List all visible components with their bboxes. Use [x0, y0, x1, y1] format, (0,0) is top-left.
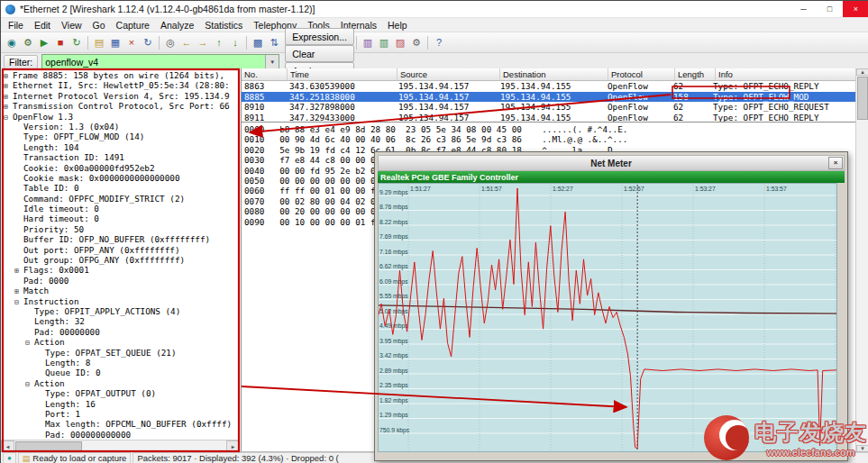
go-bottom-icon[interactable]: ↓ [227, 34, 243, 50]
close-capture-icon[interactable]: × [123, 34, 140, 50]
tree-node[interactable]: Type: OFPIT_APPLY_ACTIONS (4) [1, 306, 241, 316]
column-header-source[interactable]: Source [397, 68, 500, 80]
detail-hscrollbar[interactable]: ◀ ▶ [1, 440, 240, 452]
tree-node[interactable]: Max length: OFPCML_NO_BUFFER (0xffff) [1, 419, 241, 429]
expander-icon[interactable]: ⊟ [4, 113, 13, 123]
packet-row-8863[interactable]: 8863343.630539000195.134.94.157195.134.9… [242, 81, 856, 92]
capture-restart-icon[interactable]: ↻ [69, 34, 85, 50]
tree-node[interactable]: Cookie mask: 0x0000000000000000 [1, 173, 241, 183]
tree-node[interactable]: Out group: OFPG_ANY (0xffffffff) [1, 255, 241, 265]
tree-node[interactable]: Out port: OFPP_ANY (0xffffffff) [1, 245, 241, 255]
tree-node[interactable]: Version: 1.3 (0x04) [1, 122, 241, 132]
column-header-protocol[interactable]: Protocol [608, 68, 675, 80]
packet-row-8911[interactable]: 8911347.329433000195.134.94.157195.134.9… [242, 113, 856, 123]
tree-node[interactable]: Type: OFPT_FLOW_MOD (14) [1, 132, 241, 141]
capture-start-icon[interactable]: ▶ [36, 34, 52, 50]
tree-node[interactable]: Queue ID: 0 [1, 368, 241, 377]
help-icon[interactable]: ? [431, 34, 447, 50]
column-header-no[interactable]: No. [242, 68, 288, 80]
go-forward-icon[interactable]: → [195, 34, 211, 50]
menu-statistics[interactable]: Statistics [199, 18, 248, 32]
menu-view[interactable]: View [56, 18, 87, 32]
tree-node[interactable]: Command: OFPFC_MODIFY_STRICT (2) [1, 194, 241, 204]
expander-icon[interactable]: ⊞ [14, 286, 23, 296]
capture-options-icon[interactable]: ⚙ [20, 34, 36, 50]
tree-node[interactable]: Port: 1 [1, 409, 241, 419]
expander-icon[interactable]: ⊟ [25, 379, 34, 389]
tree-node[interactable]: Pad: 0000 [1, 276, 241, 286]
tree-node[interactable]: ⊟Instruction [1, 296, 241, 306]
menu-edit[interactable]: Edit [29, 18, 56, 32]
minimize-button[interactable]: ─ [790, 1, 817, 17]
tree-node[interactable]: ⊟OpenFlow 1.3 [1, 112, 241, 122]
tree-node[interactable]: Table ID: 0 [1, 183, 241, 193]
find-packet-icon[interactable]: ◎ [162, 34, 178, 50]
coloring-rules-icon[interactable]: ▨ [392, 34, 408, 50]
tree-node[interactable]: Pad: 000000000000 [1, 430, 241, 440]
tree-node[interactable]: Transaction ID: 1491 [1, 152, 241, 162]
clear-button[interactable]: Clear [285, 45, 354, 62]
expander-icon[interactable]: ⊟ [25, 338, 34, 348]
display-filters-icon[interactable]: ▥ [376, 34, 392, 50]
filter-dropdown-arrow[interactable]: ▼ [265, 55, 279, 69]
hex-row[interactable]: 0000 b8 88 e3 e4 e9 8d 28 80 23 05 5e 34… [244, 124, 856, 134]
net-meter-close-button[interactable]: × [828, 157, 843, 169]
scroll-up-arrow[interactable]: ▲ [856, 68, 868, 76]
column-header-length[interactable]: Length [675, 68, 716, 80]
column-header-time[interactable]: Time [288, 68, 397, 80]
tree-node[interactable]: ⊟Action [1, 378, 241, 388]
column-header-destination[interactable]: Destination [500, 68, 608, 80]
packet-row-8885[interactable]: 8885345.251838000195.134.94.157195.134.9… [242, 92, 856, 103]
tree-node[interactable]: ⊞Transmission Control Protocol, Src Port… [1, 101, 241, 111]
expander-icon[interactable]: ⊟ [14, 297, 23, 307]
filter-input[interactable] [42, 55, 265, 69]
packet-list-vscrollbar[interactable]: ▲ ▼ [855, 68, 868, 452]
go-back-icon[interactable]: ← [178, 34, 195, 50]
tree-node[interactable]: ⊞Frame 8885: 158 bytes on wire (1264 bit… [1, 70, 241, 80]
tree-node[interactable]: Length: 32 [1, 316, 241, 326]
tree-node[interactable]: ⊞Internet Protocol Version 4, Src: 195.1… [1, 91, 241, 101]
expander-icon[interactable]: ⊞ [4, 102, 13, 112]
go-top-icon[interactable]: ↑ [211, 34, 227, 50]
list-interfaces-icon[interactable]: ◉ [4, 34, 20, 50]
tree-node[interactable]: Type: OFPAT_OUTPUT (0) [1, 388, 241, 398]
preferences-icon[interactable]: ⚙ [408, 34, 425, 50]
capture-filters-icon[interactable]: ▥ [360, 34, 376, 50]
net-meter-titlebar[interactable]: Net Meter × [378, 155, 845, 171]
tree-node[interactable]: ⊞Flags: 0x0001 [1, 265, 241, 275]
packet-row-8910[interactable]: 8910347.327898000195.134.94.157195.134.9… [242, 102, 856, 113]
reload-capture-icon[interactable]: ↻ [140, 34, 156, 50]
column-header-info[interactable]: Info [716, 68, 856, 80]
filter-label[interactable]: Filter: [4, 55, 38, 69]
tree-node[interactable]: ⊞Match [1, 286, 241, 295]
colorize-icon[interactable]: ▩ [250, 34, 266, 50]
hex-row[interactable]: 0010 00 90 4d 6c 40 00 40 06 8c 26 c3 86… [244, 134, 856, 144]
capture-stop-icon[interactable]: ■ [52, 34, 69, 50]
tree-node[interactable]: Priority: 50 [1, 224, 241, 234]
close-button[interactable]: × [843, 1, 868, 17]
tree-node[interactable]: Type: OFPAT_SET_QUEUE (21) [1, 348, 241, 358]
tree-node[interactable]: Length: 104 [1, 142, 241, 152]
tree-node[interactable]: Buffer ID: OFP_NO_BUFFER (0xffffffff) [1, 234, 241, 244]
autoscroll-icon[interactable]: ⇅ [266, 34, 282, 50]
menu-capture[interactable]: Capture [111, 18, 155, 32]
menu-analyze[interactable]: Analyze [155, 18, 199, 32]
tree-node[interactable]: ⊞Ethernet II, Src: HewlettP_05:5e:34 (28… [1, 80, 241, 90]
save-capture-icon[interactable]: ▦ [107, 34, 123, 50]
open-capture-icon[interactable]: ▤ [91, 34, 107, 50]
tree-node[interactable]: Length: 8 [1, 358, 241, 368]
expression-button[interactable]: Expression... [285, 28, 354, 45]
tree-node[interactable]: Pad: 00000000 [1, 327, 241, 337]
hscroll-thumb[interactable] [15, 441, 82, 451]
tree-node[interactable]: Cookie: 0x00a00000fd952eb2 [1, 163, 241, 173]
menu-file[interactable]: File [3, 18, 29, 32]
expert-info-button[interactable]: ● [3, 452, 16, 463]
tree-node[interactable]: ⊟Action [1, 337, 241, 347]
maximize-button[interactable]: □ [817, 1, 843, 17]
tree-node[interactable]: Idle timeout: 0 [1, 204, 241, 213]
tree-node[interactable]: Length: 16 [1, 399, 241, 409]
menu-help[interactable]: Help [382, 18, 413, 32]
vscroll-thumb[interactable] [857, 77, 868, 120]
tree-node[interactable]: Hard timeout: 0 [1, 213, 241, 223]
menu-go[interactable]: Go [87, 18, 111, 32]
